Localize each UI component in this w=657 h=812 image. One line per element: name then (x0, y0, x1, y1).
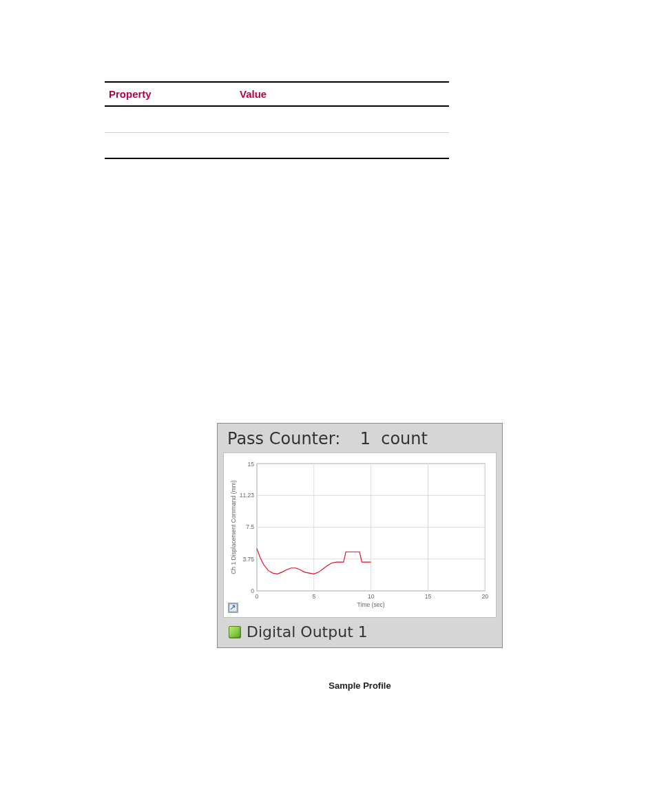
svg-rect-12 (229, 604, 237, 612)
cell-value (236, 132, 449, 158)
pass-counter-value: 1 (346, 429, 371, 448)
ytick-0: 0 (251, 587, 254, 594)
profile-chart: 0 3.75 7.5 11.23 15 0 5 10 15 (223, 452, 497, 618)
table-row (105, 106, 449, 132)
table-row (105, 132, 449, 158)
sample-profile-panel: Pass Counter: 1 count 0 3.75 7.5 11.23 1 (217, 423, 503, 648)
y-axis: 0 3.75 7.5 11.23 15 (240, 461, 486, 594)
figure-caption: Sample Profile (217, 680, 503, 691)
chart-svg: 0 3.75 7.5 11.23 15 0 5 10 15 (228, 457, 490, 613)
digital-output-label: Digital Output 1 (247, 623, 368, 641)
expand-chart-icon[interactable] (228, 603, 238, 613)
ytick-2: 7.5 (246, 523, 254, 530)
col-header-value: Value (236, 82, 449, 106)
ytick-1: 3.75 (242, 556, 254, 563)
cell-property (105, 132, 236, 158)
y-axis-label: Ch 1 Displacement Command (mm) (230, 480, 237, 574)
xtick-2: 10 (368, 593, 375, 600)
xtick-0: 0 (255, 593, 259, 600)
col-header-property: Property (105, 82, 236, 106)
x-axis: 0 5 10 15 20 (255, 464, 489, 600)
pass-counter-unit: count (381, 429, 428, 448)
cell-property (105, 106, 236, 132)
ytick-4: 15 (248, 461, 255, 468)
xtick-4: 20 (482, 593, 489, 600)
cell-value (236, 106, 449, 132)
xtick-3: 15 (425, 593, 432, 600)
pass-counter-label: Pass Counter: (227, 429, 340, 448)
pass-counter-readout: Pass Counter: 1 count (223, 428, 497, 452)
x-axis-label: Time (sec) (357, 601, 385, 608)
digital-output-indicator: Digital Output 1 (223, 618, 497, 642)
property-table: Property Value (105, 81, 449, 159)
status-led-icon (229, 626, 241, 638)
ytick-3: 11.23 (240, 492, 255, 499)
table: Property Value (105, 81, 449, 159)
xtick-1: 5 (312, 593, 315, 600)
